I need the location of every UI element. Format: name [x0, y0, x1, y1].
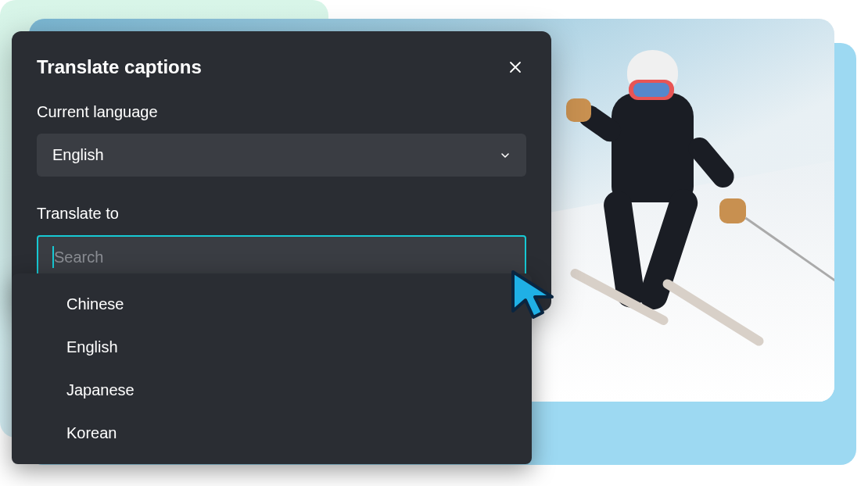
close-icon — [508, 59, 523, 75]
language-option-english[interactable]: English — [12, 326, 532, 369]
language-option-chinese[interactable]: Chinese — [12, 283, 532, 326]
skier-illustration — [541, 50, 760, 363]
modal-title: Translate captions — [37, 56, 202, 78]
language-option-korean[interactable]: Korean — [12, 412, 532, 455]
translate-captions-modal: Translate captions Current language Engl… — [12, 31, 551, 311]
modal-header: Translate captions — [37, 56, 526, 78]
close-button[interactable] — [504, 56, 526, 78]
translate-to-label: Translate to — [37, 205, 526, 223]
language-dropdown: Chinese English Japanese Korean — [12, 273, 532, 464]
current-language-label: Current language — [37, 103, 526, 121]
chevron-down-icon — [500, 150, 511, 161]
text-cursor — [52, 246, 54, 268]
language-option-japanese[interactable]: Japanese — [12, 369, 532, 412]
current-language-select[interactable]: English — [37, 134, 526, 177]
cursor-pointer-icon — [505, 266, 568, 328]
current-language-value: English — [52, 146, 104, 164]
